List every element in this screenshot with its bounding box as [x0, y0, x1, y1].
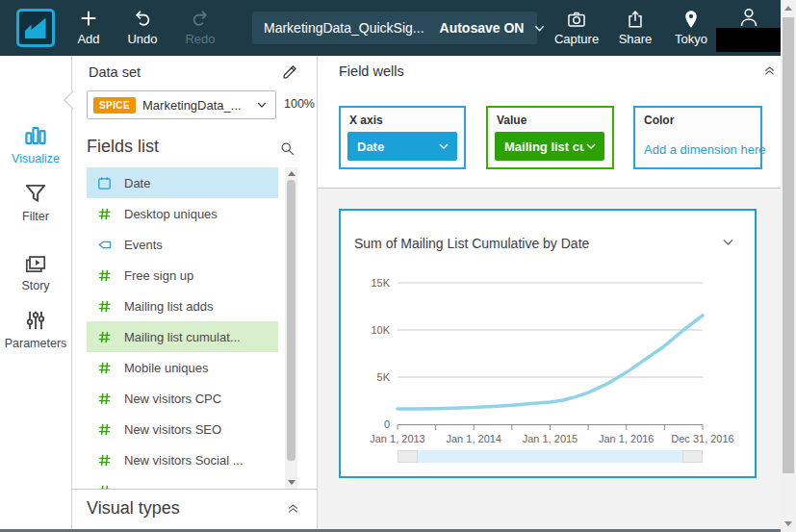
- field-item[interactable]: Events: [87, 229, 278, 260]
- well-x-axis: X axis Date: [339, 106, 466, 169]
- edit-dataset-button[interactable]: [281, 63, 299, 81]
- dataset-select[interactable]: SPICE MarketingData_...: [87, 90, 276, 119]
- field-name: Mailing list cumulat...: [124, 330, 241, 344]
- pencil-icon: [281, 63, 299, 81]
- sidebar-item-label: Visualize: [0, 152, 71, 165]
- x-tick-label: Jan 1, 2016: [599, 433, 655, 444]
- field-name: New visitors SEO: [124, 422, 221, 437]
- y-tick-label: 15K: [371, 277, 390, 289]
- chevron-down-icon: [437, 139, 457, 153]
- hash-icon: [96, 206, 113, 222]
- funnel-icon: [0, 181, 71, 206]
- field-item[interactable]: Date: [87, 167, 278, 198]
- field-item[interactable]: New visitors CPC: [87, 383, 278, 414]
- hash-icon: [96, 452, 113, 469]
- value-field-pill[interactable]: Mailing list cu...: [495, 132, 604, 161]
- field-item[interactable]: Mailing list cumulat...: [87, 321, 278, 352]
- document-title-box[interactable]: MarketingData_QuickSig... Autosave ON: [252, 12, 537, 44]
- line-series: [398, 316, 703, 409]
- storyboard-icon: [0, 250, 71, 275]
- visual-card[interactable]: Sum of Mailing List Cumulative by Date 0…: [339, 209, 757, 478]
- y-tick-label: 5K: [377, 371, 391, 383]
- fields-list: DateDesktop uniquesEventsFree sign upMai…: [72, 167, 305, 489]
- autosave-toggle[interactable]: Autosave ON: [440, 20, 525, 36]
- field-item[interactable]: Mobile uniques: [87, 352, 278, 383]
- scroll-down-icon[interactable]: [288, 480, 295, 485]
- search-icon: [279, 140, 295, 157]
- visual-types-title: Visual types: [87, 498, 180, 519]
- field-item[interactable]: Mailing list adds: [87, 291, 278, 321]
- x-range-slider[interactable]: [398, 450, 703, 463]
- x-axis-field-pill[interactable]: Date: [347, 132, 457, 161]
- add-button[interactable]: Add: [69, 9, 108, 51]
- redo-button[interactable]: Redo: [179, 9, 221, 51]
- field-name: Free sign up: [124, 268, 193, 283]
- share-icon: [613, 9, 657, 29]
- field-item[interactable]: Free sign up: [87, 260, 278, 291]
- redo-icon: [179, 9, 221, 29]
- page-scrollbar-thumb[interactable]: [783, 17, 794, 473]
- slider-right-handle[interactable]: [683, 451, 703, 463]
- scroll-up-icon[interactable]: [288, 171, 295, 176]
- region-label: Tokyo: [668, 32, 714, 46]
- sidebar-item-label: Story: [0, 279, 71, 292]
- region-button[interactable]: Tokyo: [668, 9, 714, 51]
- calendar-icon: [96, 175, 113, 191]
- field-item[interactable]: [87, 475, 278, 489]
- hash-icon: [96, 298, 113, 315]
- capture-label: Capture: [551, 32, 603, 46]
- share-button[interactable]: Share: [613, 9, 657, 51]
- collapse-up-icon[interactable]: [285, 500, 301, 517]
- hash-icon: [96, 391, 113, 407]
- well-value-label: Value: [497, 114, 526, 127]
- collapse-up-icon[interactable]: [761, 63, 778, 79]
- sidebar-item-label: Filter: [0, 210, 71, 223]
- x-tick-label: Jan 1, 2013: [370, 433, 425, 444]
- sidebar-item-parameters[interactable]: Parameters: [0, 308, 71, 350]
- bar-chart-icon: [0, 123, 71, 148]
- sidebar-item-visualize[interactable]: Visualize: [0, 123, 71, 165]
- visual-types-section[interactable]: Visual types: [72, 489, 318, 529]
- sidebar-item-filter[interactable]: Filter: [0, 181, 71, 223]
- capture-button[interactable]: Capture: [551, 9, 603, 51]
- page-scrollbar[interactable]: [781, 0, 796, 532]
- undo-icon: [121, 9, 164, 29]
- scroll-up-icon[interactable]: [784, 6, 792, 11]
- dataset-panel-title: Data set: [89, 64, 141, 80]
- scroll-down-icon[interactable]: [784, 521, 792, 526]
- search-fields-button[interactable]: [279, 140, 295, 157]
- fields-scrollbar[interactable]: [285, 167, 297, 489]
- analysis-canvas: Sum of Mailing List Cumulative by Date 0…: [318, 189, 781, 529]
- hash-icon: [96, 360, 113, 376]
- redo-label: Redo: [179, 32, 221, 46]
- visual-title: Sum of Mailing List Cumulative by Date: [354, 236, 589, 251]
- sidebar-item-label: Parameters: [0, 337, 71, 350]
- quicksight-logo-glyph: [19, 12, 52, 44]
- field-wells-panel: Field wells X axis Date Value Mailing li…: [318, 56, 781, 189]
- sliders-icon: [0, 308, 71, 333]
- sidebar-item-story[interactable]: Story: [0, 250, 71, 292]
- visual-menu-button[interactable]: [720, 234, 736, 250]
- undo-label: Undo: [121, 32, 164, 46]
- add-dimension-link[interactable]: Add a dimension here: [644, 142, 765, 157]
- x-tick-label: Jan 1, 2014: [447, 433, 502, 444]
- undo-button[interactable]: Undo: [121, 9, 164, 51]
- chevron-down-icon: [532, 21, 547, 36]
- field-item[interactable]: New visitors SEO: [87, 414, 278, 444]
- import-status: 100%: [284, 97, 315, 111]
- chevron-down-icon: [255, 98, 269, 112]
- person-icon: [737, 6, 762, 29]
- spice-badge: SPICE: [93, 97, 136, 114]
- x-tick-label: Dec 31, 2016: [671, 433, 733, 444]
- field-item[interactable]: Desktop uniques: [87, 198, 278, 229]
- location-pin-icon: [668, 9, 714, 29]
- quicksight-window: Add Undo Redo MarketingData_QuickSig... …: [0, 0, 796, 532]
- profile-button[interactable]: [737, 6, 762, 29]
- fields-scrollbar-thumb[interactable]: [287, 180, 295, 461]
- quicksight-logo-icon[interactable]: [16, 9, 55, 47]
- fields-list-title: Fields list: [87, 137, 159, 157]
- slider-left-handle[interactable]: [398, 451, 418, 463]
- topbar: Add Undo Redo MarketingData_QuickSig... …: [0, 0, 781, 56]
- field-name: Desktop uniques: [124, 207, 218, 221]
- field-item[interactable]: New visitors Social ...: [87, 444, 278, 475]
